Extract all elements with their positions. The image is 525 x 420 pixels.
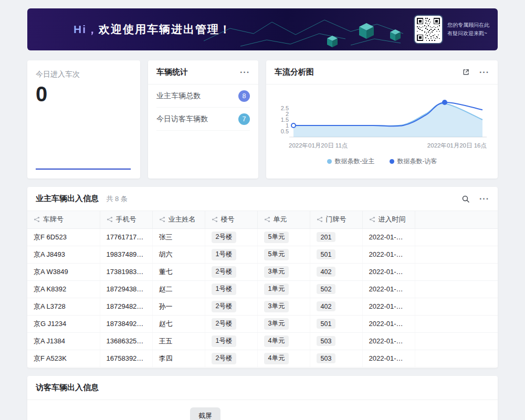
tag-value: 4单元 <box>264 353 289 364</box>
column-label: 业主姓名 <box>169 215 196 224</box>
field-type-icon <box>159 216 165 223</box>
owner-table-title: 业主车辆出入信息 <box>36 194 99 203</box>
today-entries-title: 今日进入车次 <box>36 70 132 79</box>
cell-door-number: 201 <box>310 228 362 246</box>
cell-phone: 18729482… <box>100 298 152 315</box>
tag-value: 5单元 <box>264 232 289 243</box>
tag-value: 1号楼 <box>212 284 237 295</box>
table-row: 京F 6D52317761717…张三2号楼5单元2012022-01-… <box>27 228 498 246</box>
cell-door-number: 501 <box>310 246 362 263</box>
table-row: 京A W384917381983…董七2号楼3单元4022022-01-… <box>27 263 498 280</box>
field-type-icon <box>264 216 270 223</box>
cell-plate-number: 京A J1384 <box>27 332 100 350</box>
cell-phone: 19837489… <box>100 246 152 263</box>
today-underline <box>36 169 131 170</box>
svg-text:1.5: 1.5 <box>281 117 289 123</box>
svg-text:2022年01月20日 11点: 2022年01月20日 11点 <box>289 142 348 149</box>
tag-value: 2号楼 <box>212 353 237 364</box>
tag-value: 1号楼 <box>212 249 237 260</box>
cell-building: 1号楼 <box>205 246 257 263</box>
column-header-unit[interactable]: 单元 <box>257 211 310 228</box>
cell-plate-number: 京G J1234 <box>27 315 100 332</box>
column-header-plate-number[interactable]: 车牌号 <box>27 211 100 228</box>
vehicle-management-dashboard: Hi，欢迎使用车辆进出管理！ <box>0 0 525 420</box>
column-header-entry-time[interactable]: 进入时间 <box>362 211 415 228</box>
tag-value: 503 <box>317 336 336 346</box>
cell-entry-time: 2022-01-… <box>362 350 415 367</box>
cell-door-number: 501 <box>310 315 362 332</box>
cell-building: 1号楼 <box>205 280 257 298</box>
cell-phone: 17761717… <box>100 228 152 246</box>
chart-legend: 数据条数-业主数据条数-访客 <box>266 157 498 166</box>
cell-entry-time: 2022-01-… <box>362 228 415 246</box>
owner-table-count: 共 8 条 <box>106 195 127 203</box>
stat-row: 业主车辆总数8 <box>156 85 250 108</box>
cell-empty <box>415 332 498 350</box>
column-label: 楼号 <box>221 215 235 224</box>
cell-building: 2号楼 <box>205 263 257 280</box>
column-header-door-number[interactable]: 门牌号 <box>310 211 362 228</box>
cell-plate-number: 京A L3728 <box>27 298 100 315</box>
qr-caption: 您的专属顾问在此 有疑问欢迎来戳~ <box>447 21 489 38</box>
tag-value: 501 <box>317 319 336 329</box>
tag-value: 402 <box>317 267 336 277</box>
cell-owner-name: 胡六 <box>152 246 205 263</box>
traffic-chart-svg: 0.511.522.52022年01月20日 11点2022年01月20日 16… <box>275 89 489 154</box>
svg-text:2: 2 <box>286 111 289 117</box>
cell-owner-name: 李四 <box>152 350 205 367</box>
visitor-table-body: 截屏 <box>27 400 498 420</box>
cell-entry-time: 2022-01-… <box>362 332 415 350</box>
more-icon[interactable]: ··· <box>479 68 489 77</box>
tag-value: 4单元 <box>264 335 289 347</box>
legend-dot <box>390 159 394 164</box>
stat-count-badge: 8 <box>238 90 250 102</box>
tag-value: 1单元 <box>264 284 289 295</box>
cell-owner-name: 赵七 <box>152 315 205 332</box>
banner-greeting-text: 欢迎使用车辆进出管理！ <box>99 23 232 35</box>
cell-empty <box>415 246 498 263</box>
cell-entry-time: 2022-01-… <box>362 263 415 280</box>
stat-label: 业主车辆总数 <box>156 91 201 101</box>
today-entries-card: 今日进入车次 0 <box>27 60 140 178</box>
tag-value: 2号楼 <box>212 232 237 243</box>
cell-building: 2号楼 <box>205 315 257 332</box>
column-header-building[interactable]: 楼号 <box>205 211 257 228</box>
search-icon[interactable] <box>461 195 470 203</box>
column-header-owner-name[interactable]: 业主姓名 <box>152 211 205 228</box>
banner-greeting-hi: Hi， <box>74 23 99 35</box>
tag-value: 1号楼 <box>212 335 237 347</box>
legend-item[interactable]: 数据条数-业主 <box>327 157 375 166</box>
cell-unit: 3单元 <box>257 315 310 332</box>
qr-code <box>415 16 442 43</box>
cell-entry-time: 2022-01-… <box>362 298 415 315</box>
visitor-table-title: 访客车辆出入信息 <box>36 383 99 393</box>
cell-unit: 4单元 <box>257 350 310 367</box>
qr-caption-line2: 有疑问欢迎来戳~ <box>447 29 489 38</box>
more-icon[interactable]: ··· <box>479 195 489 203</box>
cell-building: 2号楼 <box>205 350 257 367</box>
table-row: 京G J123418738492…赵七2号楼3单元5012022-01-… <box>27 315 498 332</box>
table-row: 京A J138413686325…王五1号楼4单元5032022-01-… <box>27 332 498 350</box>
stats-rows: 业主车辆总数8今日访客车辆数7 <box>148 85 258 131</box>
more-icon[interactable]: ··· <box>240 68 250 77</box>
svg-text:0.5: 0.5 <box>281 128 289 134</box>
field-type-icon <box>212 216 218 223</box>
svg-text:1: 1 <box>286 122 289 129</box>
tag-value: 2号楼 <box>212 266 237 278</box>
flow-title: 车流分析图 <box>275 67 314 77</box>
open-external-icon[interactable] <box>462 68 470 76</box>
column-header-phone[interactable]: 手机号 <box>100 211 152 228</box>
tag-value: 5单元 <box>264 249 289 260</box>
column-label: 门牌号 <box>326 215 346 224</box>
legend-item[interactable]: 数据条数-访客 <box>390 157 437 166</box>
cell-empty <box>415 228 498 246</box>
stat-label: 今日访客车辆数 <box>156 114 208 124</box>
cell-plate-number: 京A W3849 <box>27 263 100 280</box>
tag-value: 3单元 <box>264 318 289 330</box>
welcome-banner: Hi，欢迎使用车辆进出管理！ <box>27 8 498 50</box>
cell-empty <box>415 315 498 332</box>
screenshot-button[interactable]: 截屏 <box>190 407 220 420</box>
cell-phone: 16758392… <box>100 350 152 367</box>
cell-door-number: 402 <box>310 298 362 315</box>
vehicle-stats-card: 车辆统计 ··· 业主车辆总数8今日访客车辆数7 <box>148 60 258 178</box>
